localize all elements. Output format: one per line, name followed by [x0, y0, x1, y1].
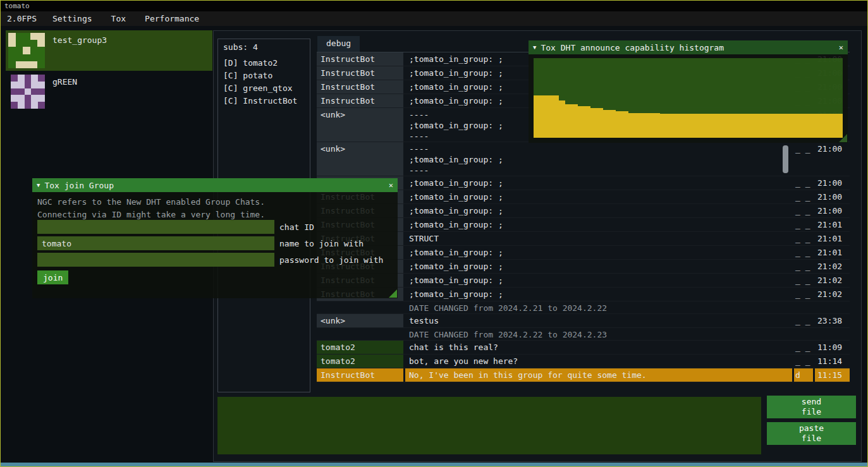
tab-debug[interactable]: debug — [317, 36, 360, 52]
histogram-plot — [534, 58, 843, 138]
sender-name: tomato2 — [317, 355, 403, 368]
contact-item-test-group3[interactable]: test_group3 — [6, 30, 212, 71]
message-input[interactable] — [217, 397, 761, 454]
info-text: NGC refers to the New DHT enabled Group … — [37, 197, 265, 207]
join-password-input[interactable] — [37, 253, 274, 267]
chat-row[interactable]: tomato2chat is this real?_ _11:09 — [317, 341, 850, 355]
histogram-bar — [761, 114, 767, 138]
chat-row[interactable]: tomato2bot, are you new here?_ _11:14 — [317, 355, 850, 368]
message-time: 21:02 — [815, 274, 850, 287]
join-name-input[interactable] — [37, 236, 274, 250]
histogram-bar — [584, 106, 590, 138]
histogram-bar — [616, 111, 622, 138]
histogram-bar — [546, 95, 553, 138]
message-time: 21:02 — [815, 260, 850, 273]
histogram-window-title: Tox DHT announce capability histogram — [541, 43, 724, 52]
paste-file-button[interactable]: paste file — [767, 422, 856, 445]
histogram-bar — [723, 114, 730, 138]
sender-name: InstructBot — [317, 94, 403, 107]
message-flags: _ _ — [794, 260, 813, 273]
contact-item-green[interactable]: gREEN — [6, 72, 212, 111]
chat-scrollbar[interactable] — [783, 145, 788, 173]
contact-name: test_group3 — [52, 35, 107, 45]
sender-name — [317, 328, 403, 340]
message-text: chat is this real? — [405, 341, 792, 354]
message-flags: _ _ — [794, 274, 813, 287]
histogram-bar — [647, 113, 654, 138]
window-title: tomato — [4, 2, 30, 10]
menu-tox[interactable]: Tox — [102, 14, 135, 23]
join-group-window: ▼ Tox join Group ✕ NGC refers to the New… — [32, 178, 398, 298]
send-file-button[interactable]: send file — [767, 396, 856, 418]
join-button[interactable]: join — [37, 270, 68, 284]
message-flags: _ _ — [794, 176, 813, 190]
join-window-titlebar[interactable]: ▼ Tox join Group ✕ — [32, 178, 398, 192]
histogram-bar — [565, 104, 572, 138]
resize-grip[interactable] — [839, 134, 847, 142]
message-flags: _ _ — [794, 232, 813, 245]
sender-name: <unk> — [317, 142, 403, 176]
sender-name: InstructBot — [317, 368, 403, 382]
message-time: 23:38 — [815, 314, 850, 327]
menu-settings[interactable]: Settings — [43, 14, 102, 23]
message-text: ;tomato_in_group: ; — [405, 218, 792, 231]
message-text: ;tomato_in_group: ; — [405, 274, 792, 287]
histogram-bar — [779, 114, 786, 138]
message-time: 11:14 — [815, 355, 850, 368]
contact-name: gREEN — [52, 77, 77, 87]
message-flags: _ _ — [794, 190, 813, 203]
message-time: 21:01 — [815, 232, 850, 245]
close-icon[interactable]: ✕ — [839, 43, 843, 52]
histogram-bar — [805, 114, 811, 138]
chat-id-input[interactable] — [37, 220, 274, 234]
collapse-icon[interactable]: ▼ — [533, 44, 536, 51]
message-time: 21:00 — [815, 176, 850, 190]
chat-row[interactable]: <unk>---- ;tomato_in_group: ; ----_ _21:… — [317, 142, 850, 176]
histogram-bar — [666, 114, 673, 138]
member-item[interactable]: [C] potato — [223, 70, 305, 82]
join-window-body: NGC refers to the New DHT enabled Group … — [32, 192, 398, 298]
chat-row[interactable]: DATE CHANGED from 2024.2.22 to 2024.2.23 — [317, 328, 850, 341]
histogram-bar — [767, 114, 773, 138]
histogram-bar — [817, 114, 824, 138]
histogram-bar — [830, 114, 836, 138]
message-text: ;tomato_in_group: ; — [405, 204, 792, 217]
histogram-bar — [736, 114, 742, 138]
message-text: No, I've been in this group for quite so… — [405, 368, 792, 382]
fps-counter: 2.0FPS — [1, 14, 43, 23]
menu-performance[interactable]: Performance — [135, 14, 209, 23]
histogram-bar — [679, 114, 685, 138]
field-label: password to join with — [279, 255, 383, 265]
histogram-bar — [622, 111, 628, 138]
histogram-bar — [730, 114, 736, 138]
collapse-icon[interactable]: ▼ — [37, 182, 40, 188]
message-flags — [794, 328, 813, 340]
close-icon[interactable]: ✕ — [389, 181, 393, 190]
message-text: ;tomato_in_group: ; — [405, 176, 792, 190]
message-time: 21:00 — [815, 204, 850, 217]
message-flags: _ _ — [794, 218, 813, 231]
resize-grip[interactable] — [389, 289, 397, 298]
message-time: 21:00 — [815, 142, 850, 176]
message-text: DATE CHANGED from 2024.2.22 to 2024.2.23 — [405, 328, 792, 340]
member-item[interactable]: [C] green_qtox — [223, 82, 305, 95]
histogram-bar — [534, 95, 540, 138]
histogram-window-titlebar[interactable]: ▼ Tox DHT announce capability histogram … — [529, 40, 848, 54]
message-flags — [794, 301, 813, 313]
join-window-title: Tox join Group — [44, 181, 114, 190]
message-flags: _ _ — [794, 246, 813, 259]
chat-row[interactable]: InstructBotNo, I've been in this group f… — [317, 368, 850, 382]
histogram-bar — [786, 114, 792, 138]
histogram-bar — [824, 114, 830, 138]
histogram-bar — [698, 114, 704, 138]
member-item[interactable]: [D] tomato2 — [223, 57, 305, 70]
chat-row[interactable]: DATE CHANGED from 2024.2.21 to 2024.2.22 — [317, 301, 850, 314]
chat-row[interactable]: <unk>testus_ _23:38 — [317, 314, 850, 328]
message-time: 21:02 — [815, 288, 850, 301]
message-text: testus — [405, 314, 792, 327]
histogram-bar — [590, 108, 597, 138]
window-titlebar[interactable]: tomato — [1, 1, 867, 11]
member-item[interactable]: [C] InstructBot — [223, 95, 305, 107]
message-flags: _ _ — [794, 204, 813, 217]
message-text: ;tomato_in_group: ; — [405, 190, 792, 203]
